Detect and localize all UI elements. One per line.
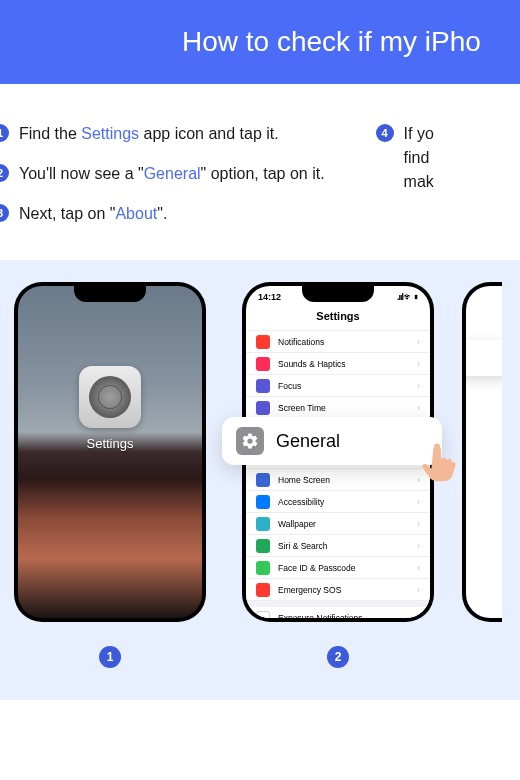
general-gear-icon bbox=[236, 427, 264, 455]
chevron-right-icon: › bbox=[417, 585, 420, 595]
svg-point-0 bbox=[434, 444, 440, 450]
settings-row[interactable]: Sounds & Haptics› bbox=[246, 353, 430, 375]
settings-row[interactable]: Exposure Notifications› bbox=[246, 607, 430, 618]
chevron-right-icon: › bbox=[417, 337, 420, 347]
hand-pointer-icon bbox=[416, 438, 462, 484]
settings-app-icon[interactable] bbox=[79, 366, 141, 428]
settings-row-label: Face ID & Passcode bbox=[278, 563, 409, 573]
settings-row-icon bbox=[256, 495, 270, 509]
bullet-4: 4 bbox=[376, 124, 394, 142]
settings-row-label: Screen Time bbox=[278, 403, 409, 413]
step-1: 1 Find the Settings app icon and tap it. bbox=[0, 122, 325, 146]
phone-3-screen bbox=[466, 286, 502, 618]
chevron-right-icon: › bbox=[417, 541, 420, 551]
chevron-right-icon: › bbox=[417, 563, 420, 573]
phone-1-wallpaper: Settings bbox=[18, 286, 202, 618]
phone-1-wrap: Settings 1 bbox=[14, 282, 206, 700]
settings-app-label: Settings bbox=[87, 436, 134, 451]
chevron-right-icon: › bbox=[417, 613, 420, 619]
phone-2: 14:12 .ııl ᯤ ▮ Settings Notifications›So… bbox=[242, 282, 434, 622]
settings-row-icon bbox=[256, 401, 270, 415]
bullet-3: 3 bbox=[0, 204, 9, 222]
phone-2-notch bbox=[302, 286, 374, 302]
settings-row-icon bbox=[256, 517, 270, 531]
settings-row-icon bbox=[256, 539, 270, 553]
settings-row[interactable]: Notifications› bbox=[246, 331, 430, 353]
settings-row-icon bbox=[256, 611, 270, 619]
settings-row-icon bbox=[256, 583, 270, 597]
phone-1-screen: Settings bbox=[18, 286, 202, 618]
settings-row[interactable]: Face ID & Passcode› bbox=[246, 557, 430, 579]
bullet-2: 2 bbox=[0, 164, 9, 182]
settings-row-icon bbox=[256, 561, 270, 575]
settings-row-icon bbox=[256, 473, 270, 487]
settings-row-icon bbox=[256, 335, 270, 349]
step-4-text: If yo find mak bbox=[404, 122, 434, 194]
status-time: 14:12 bbox=[258, 292, 281, 302]
settings-row[interactable]: Screen Time› bbox=[246, 397, 430, 419]
step-3-text: Next, tap on "About". bbox=[19, 202, 167, 226]
step-3: 3 Next, tap on "About". bbox=[0, 202, 325, 226]
page-header: How to check if my iPho bbox=[0, 0, 520, 84]
step-2: 2 You'll now see a "General" option, tap… bbox=[0, 162, 325, 186]
steps-left-column: 1 Find the Settings app icon and tap it.… bbox=[0, 122, 325, 226]
steps-instructions: 1 Find the Settings app icon and tap it.… bbox=[0, 84, 520, 260]
status-signal: .ııl ᯤ ▮ bbox=[397, 292, 418, 302]
phone-1-notch bbox=[74, 286, 146, 302]
step-badge-2: 2 bbox=[327, 646, 349, 668]
phone-3-wrap bbox=[462, 282, 502, 700]
step-badge-1: 1 bbox=[99, 646, 121, 668]
general-callout[interactable]: General bbox=[222, 417, 442, 465]
settings-row-label: Wallpaper bbox=[278, 519, 409, 529]
phone-1: Settings bbox=[14, 282, 206, 622]
bullet-1: 1 bbox=[0, 124, 9, 142]
settings-row-label: Accessibility bbox=[278, 497, 409, 507]
settings-row-label: Sounds & Haptics bbox=[278, 359, 409, 369]
chevron-right-icon: › bbox=[417, 497, 420, 507]
settings-row[interactable]: Focus› bbox=[246, 375, 430, 397]
settings-row-label: Exposure Notifications bbox=[278, 613, 409, 619]
steps-right-column: 4 If yo find mak bbox=[385, 122, 434, 226]
settings-row[interactable]: Accessibility› bbox=[246, 491, 430, 513]
settings-row-icon bbox=[256, 357, 270, 371]
chevron-right-icon: › bbox=[417, 381, 420, 391]
settings-row[interactable]: Siri & Search› bbox=[246, 535, 430, 557]
settings-row-label: Emergency SOS bbox=[278, 585, 409, 595]
chevron-right-icon: › bbox=[417, 519, 420, 529]
general-callout-label: General bbox=[276, 431, 340, 452]
chevron-right-icon: › bbox=[417, 403, 420, 413]
settings-row-label: Focus bbox=[278, 381, 409, 391]
header-title: How to check if my iPho bbox=[182, 26, 481, 57]
step-1-text: Find the Settings app icon and tap it. bbox=[19, 122, 279, 146]
phone-3-callout bbox=[466, 340, 502, 376]
settings-row-label: Notifications bbox=[278, 337, 409, 347]
phone-2-wrap: 14:12 .ııl ᯤ ▮ Settings Notifications›So… bbox=[242, 282, 434, 700]
settings-list: Notifications›Sounds & Haptics›Focus›Scr… bbox=[246, 331, 430, 618]
phones-illustration-area: Settings 1 14:12 .ııl ᯤ ▮ Settings Notif… bbox=[0, 260, 520, 700]
settings-navbar-title: Settings bbox=[246, 304, 430, 331]
settings-row-label: Home Screen bbox=[278, 475, 409, 485]
gear-icon bbox=[89, 376, 131, 418]
phone-3 bbox=[462, 282, 502, 622]
settings-row-label: Siri & Search bbox=[278, 541, 409, 551]
settings-row[interactable]: Wallpaper› bbox=[246, 513, 430, 535]
step-4: 4 If yo find mak bbox=[385, 122, 434, 194]
settings-row[interactable]: Emergency SOS› bbox=[246, 579, 430, 601]
chevron-right-icon: › bbox=[417, 359, 420, 369]
settings-row-icon bbox=[256, 379, 270, 393]
settings-row[interactable]: Home Screen› bbox=[246, 469, 430, 491]
step-2-text: You'll now see a "General" option, tap o… bbox=[19, 162, 325, 186]
